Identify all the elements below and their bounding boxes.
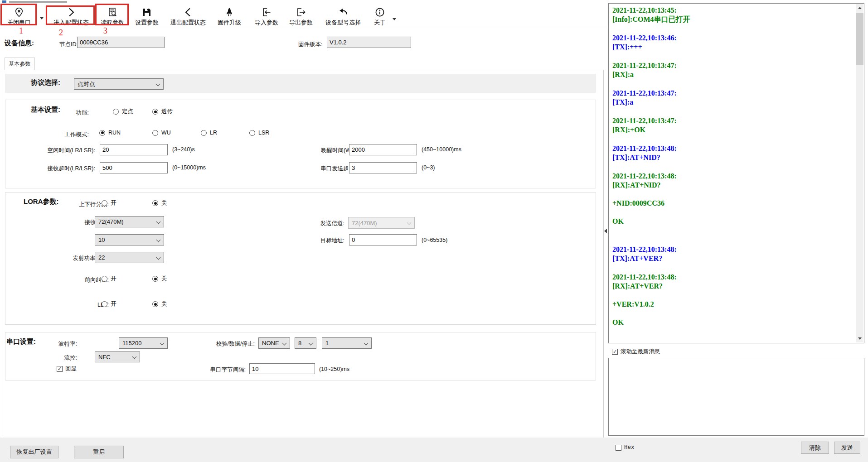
toolbar-export-params-button[interactable]: 导出参数: [285, 6, 317, 28]
radio-lbt-off[interactable]: 关: [152, 300, 167, 308]
toolbar-device-model-button[interactable]: 设备型号选择: [319, 6, 367, 28]
flow-control-label: 流控:: [41, 354, 77, 362]
clear-button[interactable]: 清除: [801, 442, 829, 454]
restart-button[interactable]: 重启: [74, 446, 124, 458]
import-arrow-icon: [261, 7, 272, 18]
log-output[interactable]: 2021-11-22,10:13:45: [Info]:COM4串口已打开 20…: [608, 3, 864, 343]
firmware-version-field[interactable]: [327, 37, 411, 48]
radio-fec-on[interactable]: 开: [102, 275, 116, 283]
target-addr-input[interactable]: [349, 234, 417, 245]
data-bits-value: 8: [298, 340, 301, 346]
send-button[interactable]: 发送: [834, 442, 860, 454]
target-addr-hint: (0~65535): [422, 237, 447, 243]
scroll-down-arrow[interactable]: [856, 335, 863, 342]
panel-collapse-arrow[interactable]: [604, 229, 607, 233]
updown-split-label: 上下行分频:: [50, 201, 109, 208]
radio-function-fixed[interactable]: 定点: [113, 108, 133, 116]
scrollbar-thumb[interactable]: [856, 13, 863, 65]
factory-reset-button[interactable]: 恢复出厂设置: [10, 446, 58, 458]
radio-icon: [152, 200, 158, 206]
byte-interval-input[interactable]: [249, 363, 315, 374]
autoscroll-label: 滚动至最新消息: [621, 348, 660, 356]
radio-icon: [102, 276, 107, 282]
data-bits-select[interactable]: 8: [295, 337, 316, 349]
radio-icon: [201, 130, 207, 136]
hex-checkbox[interactable]: Hex: [616, 444, 635, 451]
lbt-label: LBT:: [50, 302, 109, 308]
annotation-number-3: 3: [103, 26, 107, 36]
wake-time-input[interactable]: [349, 144, 417, 155]
lora-config-tool-window: 关闭串口 进入配置状态 读取参数 设置参数 退出配置状态 固件升级 导入参数: [0, 0, 868, 462]
idle-time-input[interactable]: [100, 144, 168, 155]
echo-checkbox[interactable]: 回显: [57, 365, 77, 373]
tab-basic-params[interactable]: 基本参数: [5, 58, 35, 70]
log-entry: 2021-11-22,10:13:48: [RX]:AT+VER? +VER:V…: [612, 273, 853, 327]
serial-settings-title: 串口设置:: [6, 337, 36, 346]
radio-workmode-wu[interactable]: WU: [152, 130, 171, 136]
toolbar-firmware-upgrade-button[interactable]: 固件升级: [213, 6, 246, 28]
protocol-select[interactable]: 点对点: [74, 78, 164, 90]
radio-workmode-lsr[interactable]: LSR: [249, 130, 269, 136]
checkbox-icon: [57, 366, 63, 372]
flow-control-select[interactable]: NFC: [95, 351, 140, 362]
log-entry: 2021-11-22,10:13:47: [TX]:a: [612, 89, 853, 107]
toolbar-about-button[interactable]: 关于: [369, 6, 391, 28]
toolbar-separator: [0, 26, 606, 26]
radio-function-transparent[interactable]: 透传: [152, 108, 173, 116]
checkbox-icon: [612, 349, 618, 355]
tx-channel-label: 发送信道:: [290, 220, 344, 227]
toolbar-set-params-button[interactable]: 设置参数: [131, 6, 163, 28]
radio-updown-on[interactable]: 开: [102, 199, 116, 207]
basic-settings-group: [5, 100, 596, 188]
toolbar-exit-config-button[interactable]: 退出配置状态: [164, 6, 212, 28]
radio-fec-off[interactable]: 关: [152, 275, 167, 283]
chevron-down-icon: [364, 341, 369, 346]
radio-label: 透传: [161, 108, 173, 116]
radio-icon: [152, 130, 158, 136]
tx-power-select[interactable]: 22: [95, 252, 164, 263]
close-serial-dropdown-caret[interactable]: [40, 17, 44, 19]
rx-timeout-hint: (0~15000)ms: [172, 164, 206, 171]
toolbar-read-params-button[interactable]: 读取参数: [96, 6, 129, 28]
scroll-up-arrow[interactable]: [856, 4, 863, 12]
log-scrollbar[interactable]: [856, 4, 863, 342]
annotation-number-2: 2: [59, 28, 63, 38]
toolbar-close-serial-button[interactable]: 关闭串口: [1, 6, 37, 28]
radio-updown-off[interactable]: 关: [152, 199, 167, 207]
radio-workmode-lr[interactable]: LR: [201, 130, 217, 136]
uart-tx-timeout-input[interactable]: [349, 162, 417, 173]
idle-time-hint: (3~240)s: [172, 146, 195, 153]
tx-power-value: 22: [98, 254, 105, 261]
fec-label: 前向纠错:: [50, 276, 109, 284]
send-input[interactable]: [608, 358, 864, 436]
wake-time-hint: (450~10000)ms: [422, 146, 461, 153]
node-id-field[interactable]: [77, 37, 165, 48]
radio-workmode-run[interactable]: RUN: [99, 130, 121, 136]
parity-select[interactable]: NONE: [258, 337, 290, 349]
chevron-down-icon: [309, 341, 313, 346]
rx-channel-value: 72(470M): [98, 218, 124, 225]
info-icon: [374, 7, 385, 18]
log-entry: 2021-11-22,10:13:46: [TX]:+++: [612, 34, 853, 52]
stop-bits-select[interactable]: 1: [322, 337, 372, 349]
toolbar-overflow-caret[interactable]: [393, 18, 396, 20]
radio-label: LSR: [258, 130, 269, 136]
log-entry: 2021-11-22,10:13:48: [TX]:AT+NID?: [612, 144, 853, 162]
checkbox-icon: [616, 445, 621, 451]
work-mode-label: 工作模式:: [44, 131, 89, 139]
baud-select[interactable]: 115200: [119, 337, 168, 349]
chevron-down-icon: [407, 221, 412, 225]
device-info-title: 设备信息:: [5, 39, 34, 48]
rx-channel-select[interactable]: 72(470M): [95, 216, 164, 227]
uart-tx-timeout-hint: (0~3): [422, 164, 435, 171]
rate-select[interactable]: 10: [95, 234, 164, 245]
autoscroll-checkbox[interactable]: 滚动至最新消息: [612, 348, 660, 356]
radio-label: 开: [111, 275, 116, 283]
toolbar-import-params-button[interactable]: 导入参数: [250, 6, 283, 28]
rx-timeout-input[interactable]: [100, 162, 168, 173]
toolbar-enter-config-button[interactable]: 进入配置状态: [47, 6, 95, 28]
node-id-label: 节点ID:: [59, 41, 78, 48]
radio-lbt-on[interactable]: 开: [102, 300, 116, 308]
radio-label: RUN: [108, 130, 121, 136]
log-entry: 2021-11-22,10:13:48: [RX]:AT+NID? +NID:0…: [612, 172, 853, 226]
